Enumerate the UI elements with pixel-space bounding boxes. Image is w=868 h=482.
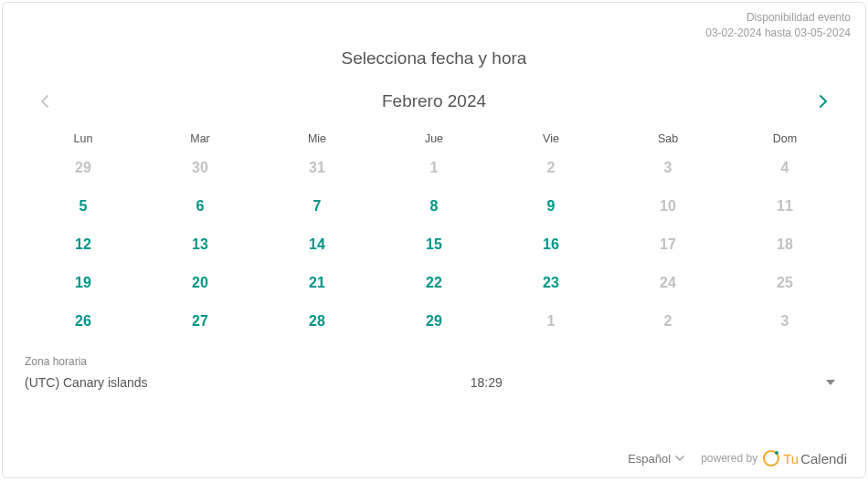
prev-month-button[interactable]: [32, 89, 58, 114]
weekday-header: Sab: [609, 132, 726, 145]
weekday-header: Mar: [142, 132, 259, 145]
dropdown-arrow-icon: [825, 377, 836, 388]
date-available[interactable]: 15: [376, 233, 492, 257]
date-available[interactable]: 21: [259, 271, 376, 295]
date-unavailable: 1: [376, 156, 492, 180]
date-unavailable: 29: [25, 156, 142, 180]
footer: Español powered by TuCalendi: [628, 450, 847, 466]
date-available[interactable]: 8: [376, 194, 492, 218]
brand-icon: [763, 450, 779, 466]
date-unavailable: 2: [609, 309, 726, 333]
event-availability: Disponibilidad evento 03-02-2024 hasta 0…: [705, 10, 851, 41]
date-available[interactable]: 19: [25, 271, 142, 295]
date-unavailable: 18: [726, 233, 843, 257]
language-label: Español: [628, 452, 671, 466]
date-available[interactable]: 7: [259, 194, 376, 218]
date-unavailable: 4: [726, 156, 843, 180]
event-availability-label: Disponibilidad evento: [705, 10, 851, 26]
weekday-header: Mie: [259, 132, 376, 145]
date-unavailable: 30: [142, 156, 259, 180]
date-available[interactable]: 14: [259, 233, 376, 257]
date-available[interactable]: 26: [25, 309, 142, 333]
timezone-time: 18:29: [148, 375, 825, 390]
event-availability-range: 03-02-2024 hasta 03-05-2024: [705, 26, 851, 41]
weekday-header: Jue: [376, 132, 492, 145]
date-unavailable: 31: [259, 156, 376, 180]
weekday-header: Vie: [492, 132, 609, 145]
weekday-header: Lun: [25, 132, 142, 145]
date-available[interactable]: 27: [142, 309, 259, 333]
date-unavailable: 24: [609, 271, 726, 295]
date-available[interactable]: 9: [492, 194, 609, 218]
date-unavailable: 2: [492, 156, 609, 180]
brand-text-cal: Calendi: [800, 451, 847, 466]
brand-text-tu: Tu: [783, 451, 799, 466]
date-available[interactable]: 20: [142, 271, 259, 295]
month-navigation: Febrero 2024: [25, 89, 843, 114]
chevron-left-icon: [40, 94, 49, 109]
chevron-right-icon: [819, 94, 828, 109]
date-available[interactable]: 6: [142, 194, 259, 218]
powered-by-label: powered by: [701, 452, 757, 465]
date-grid: 2930311234567891011121314151617181920212…: [25, 156, 843, 333]
date-unavailable: 1: [492, 309, 609, 333]
date-available[interactable]: 29: [376, 309, 492, 333]
date-available[interactable]: 13: [142, 233, 259, 257]
date-unavailable: 3: [609, 156, 726, 180]
brand-logo[interactable]: TuCalendi: [763, 450, 847, 466]
timezone-name: (UTC) Canary islands: [25, 375, 148, 390]
date-available[interactable]: 28: [259, 309, 376, 333]
timezone-selector[interactable]: (UTC) Canary islands 18:29: [25, 375, 843, 390]
date-available[interactable]: 12: [25, 233, 142, 257]
timezone-label: Zona horaria: [25, 355, 843, 368]
language-selector[interactable]: Español: [628, 452, 684, 466]
date-unavailable: 11: [726, 194, 843, 218]
date-unavailable: 3: [726, 309, 843, 333]
weekday-header-row: LunMarMieJueVieSabDom: [25, 132, 843, 145]
date-available[interactable]: 23: [492, 271, 609, 295]
date-unavailable: 17: [609, 233, 726, 257]
date-available[interactable]: 22: [376, 271, 492, 295]
date-unavailable: 25: [726, 271, 843, 295]
date-available[interactable]: 5: [25, 194, 142, 218]
month-title: Febrero 2024: [382, 91, 486, 111]
date-unavailable: 10: [609, 194, 726, 218]
page-title: Selecciona fecha y hora: [25, 48, 843, 68]
timezone-section: Zona horaria (UTC) Canary islands 18:29: [25, 355, 843, 390]
date-available[interactable]: 16: [492, 233, 609, 257]
next-month-button[interactable]: [810, 89, 836, 114]
weekday-header: Dom: [726, 132, 843, 145]
chevron-down-icon: [675, 456, 684, 461]
